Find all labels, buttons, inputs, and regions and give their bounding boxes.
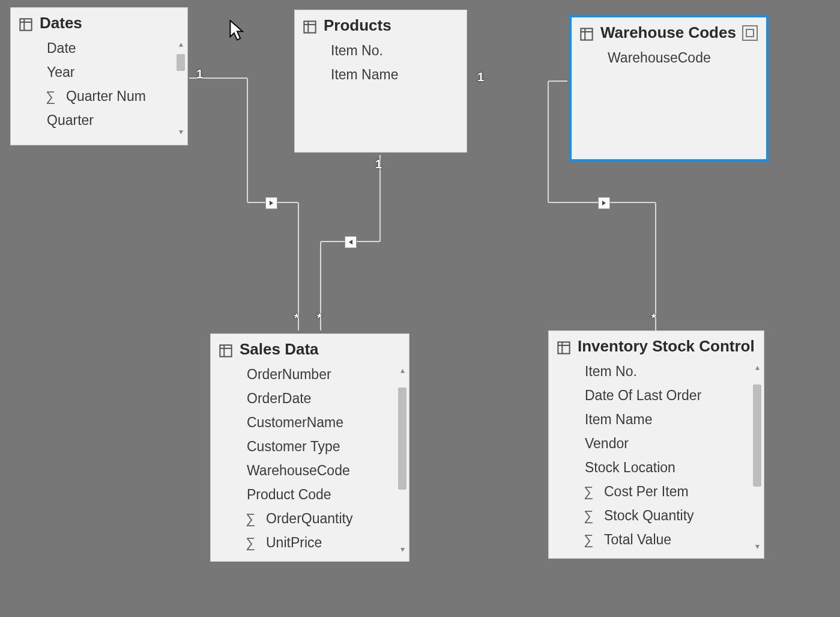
mouse-cursor-icon [229,20,245,44]
field-row[interactable]: WarehouseCode [211,458,396,482]
field-row[interactable]: Vendor [549,431,751,455]
scroll-up-icon[interactable]: ▴ [397,365,408,375]
scroll-down-icon[interactable]: ▾ [397,544,408,555]
table-icon [580,26,593,40]
field-row[interactable]: Date Of Last Order [549,383,751,407]
table-title: Sales Data [240,340,319,359]
table-icon [219,343,232,356]
field-row[interactable]: Date [11,36,174,60]
table-header-inventory[interactable]: Inventory Stock Control [549,331,764,359]
cardinality-sales-many-2: * [317,311,322,325]
filter-direction-dates-sales[interactable] [265,197,277,209]
svg-marker-1 [349,240,352,245]
svg-marker-0 [270,201,273,205]
cardinality-products-one: 1 [375,157,382,171]
table-warehouse-codes[interactable]: Warehouse Codes WarehouseCode [569,15,769,162]
table-icon [19,17,32,30]
field-row[interactable]: ∑ Cost Per Item [549,479,751,503]
svg-rect-15 [558,342,569,353]
sigma-icon: ∑ [246,535,259,551]
table-icon [303,19,316,32]
field-list-inventory: Item No. Date Of Last Order Item Name Ve… [549,359,751,552]
field-row[interactable]: ∑ Stock Quantity [549,503,751,527]
table-dates[interactable]: Dates Date Year ∑ Quarter Num Quarter ▴ … [10,7,188,145]
cardinality-inventory-many: * [651,311,656,325]
table-icon [557,340,570,353]
svg-rect-12 [220,345,231,356]
field-row[interactable]: ∑ Quarter Num [11,84,174,108]
field-row[interactable]: OrderNumber [211,362,396,386]
table-title: Inventory Stock Control [578,337,755,356]
field-row[interactable]: CustomerName [211,410,396,434]
sigma-icon: ∑ [246,511,259,527]
scroll-down-icon[interactable]: ▾ [175,126,186,137]
table-inventory-stock-control[interactable]: Inventory Stock Control Item No. Date Of… [548,330,764,559]
field-row[interactable]: Customer Type [211,434,396,458]
field-row[interactable]: Quarter [11,108,174,132]
scrollbar[interactable]: ▴ ▾ [752,362,763,552]
table-header-sales[interactable]: Sales Data [211,334,409,362]
field-row[interactable]: Stock Location [549,455,751,479]
field-row[interactable]: ∑ Total Value [549,527,751,552]
table-title: Products [324,16,391,35]
field-row[interactable]: Year [11,60,174,84]
expand-icon[interactable] [742,25,758,41]
field-list-dates: Date Year ∑ Quarter Num Quarter [11,36,174,132]
sigma-icon: ∑ [584,484,597,500]
field-row[interactable]: ∑ UnitPrice [211,530,396,555]
sigma-icon: ∑ [584,532,597,548]
field-list-warehouse: WarehouseCode [572,46,766,70]
table-title: Dates [40,14,82,32]
table-header-warehouse[interactable]: Warehouse Codes [572,17,766,46]
svg-marker-18 [230,20,243,40]
sigma-icon: ∑ [584,508,597,524]
table-products[interactable]: Products Item No. Item Name [294,10,467,153]
scroll-up-icon[interactable]: ▴ [752,362,763,372]
scroll-up-icon[interactable]: ▴ [175,38,186,49]
scroll-down-icon[interactable]: ▾ [752,541,763,552]
cardinality-warehouse-one: 1 [477,70,484,84]
cardinality-sales-many-1: * [294,311,299,325]
table-title: Warehouse Codes [600,23,736,42]
field-list-sales: OrderNumber OrderDate CustomerName Custo… [211,362,396,555]
cardinality-dates-one: 1 [196,67,203,81]
table-sales-data[interactable]: Sales Data OrderNumber OrderDate Custome… [210,333,409,562]
field-row[interactable]: Item No. [295,38,467,62]
svg-rect-6 [304,21,315,32]
svg-marker-2 [602,201,606,205]
field-row[interactable]: Product Code [211,482,396,506]
model-canvas[interactable]: 1 1 1 * * * Dates Date Year ∑ Quarter Nu… [0,0,840,617]
svg-rect-3 [20,19,31,30]
table-header-products[interactable]: Products [295,10,467,38]
scrollbar[interactable]: ▴ ▾ [175,38,186,137]
filter-direction-warehouse-inventory[interactable] [598,197,610,209]
sigma-icon: ∑ [46,88,59,105]
field-row[interactable]: WarehouseCode [572,46,766,70]
field-row[interactable]: Item Name [549,407,751,431]
scrollbar[interactable]: ▴ ▾ [397,365,408,555]
filter-direction-products-sales[interactable] [345,236,357,248]
svg-rect-9 [581,28,592,40]
field-row[interactable]: OrderDate [211,386,396,410]
field-row[interactable]: ∑ OrderQuantity [211,506,396,530]
field-list-products: Item No. Item Name [295,38,467,87]
table-header-dates[interactable]: Dates [11,8,187,36]
field-row[interactable]: Item Name [295,62,467,87]
field-row[interactable]: Item No. [549,359,751,383]
